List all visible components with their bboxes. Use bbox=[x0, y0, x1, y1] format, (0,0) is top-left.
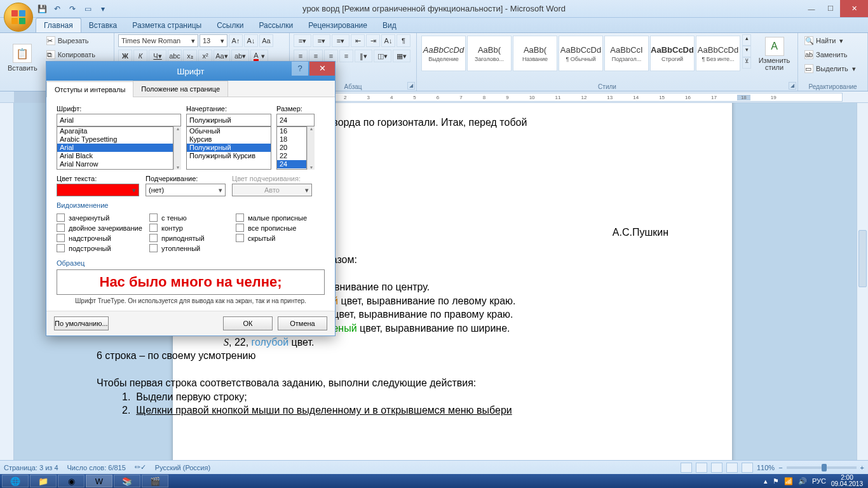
cancel-button[interactable]: Отмена bbox=[278, 316, 327, 330]
tray-up-icon[interactable]: ▴ bbox=[764, 477, 768, 485]
tab-view[interactable]: Вид bbox=[375, 18, 404, 32]
paste-button[interactable]: 📋 Вставить bbox=[4, 34, 41, 81]
tab-insert[interactable]: Вставка bbox=[81, 18, 125, 32]
list-item[interactable]: 18 bbox=[277, 135, 306, 144]
taskbar-chrome-icon[interactable]: ◉ bbox=[58, 475, 85, 487]
taskbar-ie-icon[interactable]: 🌐 bbox=[2, 475, 29, 487]
copy-button[interactable]: ⧉Копировать bbox=[44, 48, 98, 61]
save-icon[interactable]: 💾 bbox=[36, 3, 48, 15]
font-size-combo[interactable]: 13▾ bbox=[200, 34, 227, 47]
taskbar-winrar-icon[interactable]: 📚 bbox=[114, 475, 140, 487]
styles-down-icon[interactable]: ▾ bbox=[742, 46, 751, 57]
align-justify-button[interactable]: ≡ bbox=[339, 50, 353, 62]
tray-flag-icon[interactable]: ⚑ bbox=[773, 477, 779, 485]
chk-dstrike[interactable]: двойное зачеркивание bbox=[57, 224, 146, 232]
bold-button[interactable]: Ж bbox=[118, 50, 132, 62]
chk-emboss[interactable]: приподнятый bbox=[149, 234, 232, 242]
style-item[interactable]: AaBbCcDdВыделение bbox=[421, 36, 466, 71]
scrollbar-vertical[interactable] bbox=[857, 103, 868, 460]
dialog-titlebar[interactable]: Шрифт ? ✕ bbox=[46, 62, 335, 81]
zoom-out-button[interactable]: − bbox=[778, 464, 782, 471]
ok-button[interactable]: ОК bbox=[223, 316, 273, 330]
numbering-button[interactable]: ≡▾ bbox=[313, 34, 330, 47]
dialog-launcher-icon[interactable]: ◢ bbox=[789, 82, 796, 90]
replace-button[interactable]: abЗаменить bbox=[802, 48, 864, 61]
list-item[interactable]: Aparajita bbox=[57, 127, 173, 135]
style-input[interactable] bbox=[186, 114, 271, 126]
chk-strike[interactable]: зачеркнутый bbox=[57, 214, 146, 222]
chk-hidden[interactable]: скрытый bbox=[236, 234, 325, 242]
font-listbox[interactable]: AparajitaArabic TypesettingArialArial Bl… bbox=[57, 126, 173, 170]
superscript-button[interactable]: x² bbox=[198, 50, 212, 62]
chk-smallcaps[interactable]: малые прописные bbox=[236, 214, 325, 222]
view-outline-button[interactable] bbox=[726, 463, 738, 473]
sort-button[interactable]: A↓ bbox=[381, 34, 395, 47]
change-styles-button[interactable]: A Изменить стили bbox=[755, 34, 794, 74]
tab-layout[interactable]: Разметка страницы bbox=[125, 18, 209, 32]
find-button[interactable]: 🔍Найти▾ bbox=[802, 34, 864, 47]
chk-super[interactable]: надстрочный bbox=[57, 234, 146, 242]
redo-icon[interactable]: ↷ bbox=[66, 3, 79, 15]
italic-button[interactable]: К bbox=[133, 50, 147, 62]
shading-button[interactable]: ◫▾ bbox=[374, 50, 391, 62]
indent-dec-button[interactable]: ⇤ bbox=[351, 34, 365, 47]
align-left-button[interactable]: ≡ bbox=[294, 50, 308, 62]
view-print-layout-button[interactable] bbox=[681, 463, 692, 473]
borders-button[interactable]: ▦▾ bbox=[393, 50, 410, 62]
tab-references[interactable]: Ссылки bbox=[209, 18, 251, 32]
taskbar-explorer-icon[interactable]: 📁 bbox=[30, 475, 57, 487]
maximize-button[interactable]: ☐ bbox=[821, 0, 840, 17]
zoom-slider[interactable] bbox=[787, 466, 857, 469]
style-listbox[interactable]: ОбычныйКурсивПолужирныйПолужирный Курсив bbox=[186, 126, 271, 170]
tray-clock[interactable]: 2:0009.04.2013 bbox=[831, 475, 863, 487]
view-web-button[interactable] bbox=[711, 463, 722, 473]
list-item[interactable]: Arial bbox=[57, 144, 173, 152]
status-page[interactable]: Страница: 3 из 4 bbox=[4, 464, 58, 471]
cut-button[interactable]: ✂Вырезать bbox=[44, 34, 98, 47]
line-spacing-button[interactable]: ‖▾ bbox=[355, 50, 372, 62]
font-name-combo[interactable]: Times New Roman▾ bbox=[118, 34, 198, 47]
multilevel-button[interactable]: ≡▾ bbox=[332, 34, 349, 47]
tab-review[interactable]: Рецензирование bbox=[301, 18, 375, 32]
office-button[interactable] bbox=[4, 3, 33, 32]
chk-engrave[interactable]: утопленный bbox=[149, 244, 232, 252]
list-item[interactable]: 20 bbox=[277, 144, 306, 152]
view-draft-button[interactable] bbox=[742, 463, 753, 473]
list-item[interactable]: Полужирный bbox=[187, 144, 271, 152]
tray-network-icon[interactable]: 📶 bbox=[784, 477, 793, 485]
list-item[interactable]: 24 bbox=[277, 160, 306, 168]
proofing-icon[interactable]: ✏✓ bbox=[135, 463, 146, 471]
styles-up-icon[interactable]: ▴ bbox=[742, 34, 751, 46]
qat-more-icon[interactable]: ▾ bbox=[97, 3, 109, 15]
chk-sub[interactable]: подстрочный bbox=[57, 244, 146, 252]
style-item[interactable]: AaBbCcDd¶ Без инте... bbox=[696, 36, 740, 71]
shrink-font-button[interactable]: A↓ bbox=[244, 34, 258, 47]
status-language[interactable]: Русский (Россия) bbox=[155, 464, 210, 471]
list-item[interactable]: Arabic Typesetting bbox=[57, 135, 173, 144]
scrollbar-icon[interactable] bbox=[173, 126, 181, 170]
taskbar-word-icon[interactable]: W bbox=[86, 475, 112, 487]
ruler-vertical[interactable] bbox=[0, 103, 14, 460]
underline-button[interactable]: Ч▾ bbox=[149, 50, 166, 62]
scrollbar-thumb[interactable] bbox=[858, 230, 867, 287]
font-input[interactable] bbox=[57, 114, 181, 126]
chk-shadow[interactable]: с тенью bbox=[149, 214, 232, 222]
change-case-button[interactable]: Aa▾ bbox=[214, 50, 230, 62]
status-words[interactable]: Число слов: 6/815 bbox=[67, 464, 126, 471]
default-button[interactable]: По умолчанию... bbox=[54, 316, 109, 330]
dialog-tab-indents[interactable]: Отступы и интервалы bbox=[46, 81, 133, 97]
grow-font-button[interactable]: A↑ bbox=[229, 34, 243, 47]
zoom-in-button[interactable]: + bbox=[860, 464, 864, 471]
tray-language[interactable]: РУС bbox=[812, 477, 826, 485]
dialog-help-button[interactable]: ? bbox=[292, 62, 308, 76]
style-item[interactable]: AaBbCcDdСтрогий bbox=[650, 36, 695, 71]
zoom-thumb[interactable] bbox=[822, 464, 827, 471]
strike-button[interactable]: abc bbox=[168, 50, 182, 62]
chk-outline[interactable]: контур bbox=[149, 224, 232, 232]
highlight-button[interactable]: ab▾ bbox=[231, 50, 249, 62]
show-marks-button[interactable]: ¶ bbox=[397, 34, 410, 47]
close-button[interactable]: ✕ bbox=[840, 0, 868, 17]
styles-more-icon[interactable]: ⊻ bbox=[742, 57, 751, 69]
tab-mailings[interactable]: Рассылки bbox=[251, 18, 301, 32]
dialog-tab-position[interactable]: Положение на странице bbox=[133, 81, 228, 97]
